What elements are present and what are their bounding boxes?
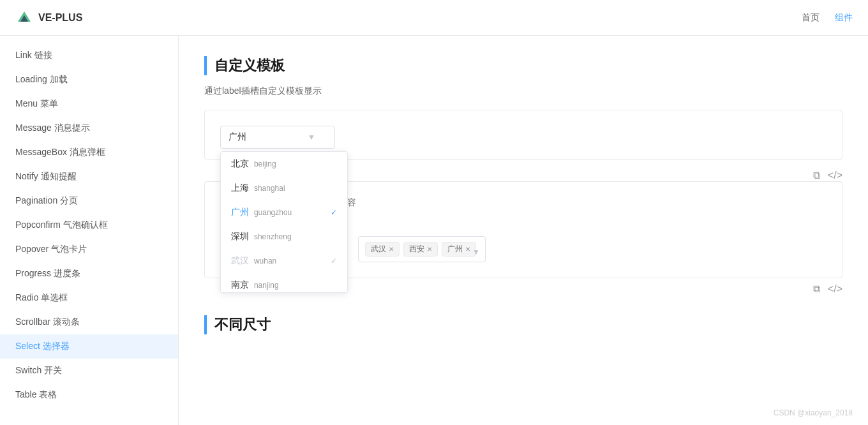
tag-close-guangzhou-right[interactable]: ✕ [465,246,470,253]
dropdown-item-wuhan: 武汉 wuhan ✓ [221,249,347,273]
select-input[interactable]: 广州 ▼ [220,126,335,149]
logo-text: VE-PLUS [38,12,82,24]
copy-icon[interactable]: ⧉ [813,170,820,181]
tag-guangzhou-right: 广州 ✕ [442,242,476,257]
layout: Link 链接 Loading 加载 Menu 菜单 Message 消息提示 … [0,36,868,425]
dropdown-item-shenzhen[interactable]: 深圳 shenzheng [221,225,347,249]
sidebar-item-link[interactable]: Link 链接 [0,43,178,68]
copy-icon-2[interactable]: ⧉ [813,283,820,295]
sidebar-item-table[interactable]: Table 表格 [0,383,178,407]
section2-title: 不同尺寸 [204,315,842,334]
item-label: 武汉 wuhan [231,255,276,267]
select-value: 广州 [228,131,246,143]
dropdown-item-nanjing[interactable]: 南京 nanjing [221,273,347,292]
sidebar-item-pagination[interactable]: Pagination 分页 [0,189,178,213]
sidebar-item-progress[interactable]: Progress 进度条 [0,262,178,286]
tag-close-wuhan-right[interactable]: ✕ [389,246,394,253]
nav-item-components[interactable]: 组件 [835,12,853,24]
sidebar: Link 链接 Loading 加载 Menu 菜单 Message 消息提示 … [0,36,179,425]
sidebar-item-message[interactable]: Message 消息提示 [0,116,178,140]
item-label: 上海 shanghai [231,183,285,194]
code-icon-2[interactable]: </> [828,283,842,295]
demo-area-1: 广州 ▼ 北京 beijing 上海 [204,110,842,160]
chevron-down-icon-right: ▼ [472,248,480,257]
logo: VE-PLUS [15,9,82,27]
header-nav: 首页 组件 [802,12,853,24]
item-label: 南京 nanjing [231,280,279,291]
sidebar-item-switch[interactable]: Switch 开关 [0,359,178,383]
sidebar-item-menu[interactable]: Menu 菜单 [0,92,178,116]
sidebar-item-scrollbar[interactable]: Scrollbar 滚动条 [0,310,178,334]
code-icon[interactable]: </> [828,170,842,181]
select-dropdown: 北京 beijing 上海 shanghai 广 [220,151,348,293]
sidebar-item-select[interactable]: Select 选择器 [0,334,178,359]
tag-xian-right: 西安 ✕ [403,242,438,257]
tag-wuhan-right: 武汉 ✕ [365,242,400,257]
multi-select-right[interactable]: 武汉 ✕ 西安 ✕ 广州 ✕ ▼ [358,236,486,262]
sidebar-item-popconfirm[interactable]: Popconfirm 气泡确认框 [0,213,178,237]
check-icon-wuhan: ✓ [331,257,337,265]
sidebar-item-radio[interactable]: Radio 单选框 [0,286,178,310]
sidebar-item-loading[interactable]: Loading 加载 [0,68,178,92]
header: VE-PLUS 首页 组件 [0,0,868,36]
item-label: 北京 beijing [231,158,276,170]
chevron-down-icon: ▼ [308,133,315,142]
item-label: 广州 guangzhou [231,207,292,218]
dropdown-item-guangzhou[interactable]: 广州 guangzhou ✓ [221,200,347,225]
tag-close-xian-right[interactable]: ✕ [427,246,432,253]
dropdown-item-beijing[interactable]: 北京 beijing [221,152,347,176]
select-wrapper: 广州 ▼ 北京 beijing 上海 [220,126,335,149]
sidebar-item-popover[interactable]: Popover 气泡卡片 [0,237,178,262]
check-icon: ✓ [331,208,337,217]
item-label: 深圳 shenzheng [231,231,292,242]
nav-item-home[interactable]: 首页 [802,12,819,24]
sidebar-item-notify[interactable]: Notify 通知提醒 [0,165,178,189]
dropdown-item-shanghai[interactable]: 上海 shanghai [221,176,347,200]
main-content: 自定义模板 通过label插槽自定义模板显示 广州 ▼ 北京 beijin [179,36,868,425]
section1-desc: 通过label插槽自定义模板显示 [204,86,842,97]
dropdown-scroll: 北京 beijing 上海 shanghai 广 [221,152,347,292]
sidebar-item-messagebox[interactable]: MessageBox 消息弹框 [0,140,178,165]
footer-credit: CSDN @xiaoyan_2018 [774,408,853,417]
section1-title: 自定义模板 [204,56,842,75]
logo-icon [15,9,33,27]
